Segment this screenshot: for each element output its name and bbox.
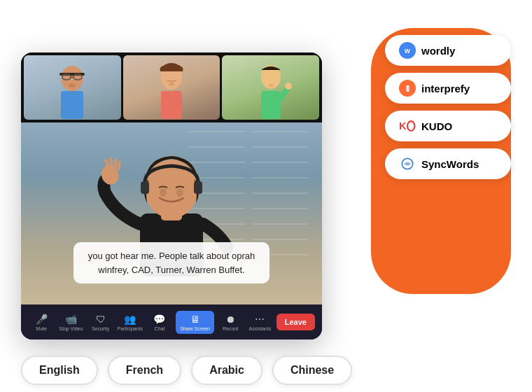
subtitle-text: you got hear me. People talk about oprah… — [88, 251, 255, 275]
svg-rect-8 — [161, 91, 182, 119]
participant-thumb-1 — [24, 55, 121, 120]
participant-thumb-3 — [222, 55, 319, 120]
svg-point-14 — [285, 83, 292, 90]
svg-rect-1 — [61, 91, 83, 119]
interprefy-label: interprefy — [421, 83, 470, 94]
svg-point-28 — [407, 121, 414, 131]
svg-point-20 — [160, 188, 167, 197]
svg-rect-18 — [141, 181, 149, 194]
syncwords-brand: SyncWords — [385, 148, 511, 179]
mic-icon: 🎤 — [36, 314, 48, 325]
toolbar: 🎤 Mute 📹 Stop Video 🛡 Security 👥 Partici… — [21, 304, 322, 340]
record-icon: ⏺ — [225, 314, 235, 325]
kudo-brand: K KUDO — [385, 111, 511, 141]
svg-text:K: K — [399, 120, 407, 132]
svg-point-12 — [268, 84, 274, 88]
participants-button[interactable]: 👥 Participants — [117, 314, 144, 331]
share-screen-label: Share Screen — [180, 326, 210, 331]
kudo-icon: K — [399, 118, 416, 134]
chinese-pill[interactable]: Chinese — [272, 356, 352, 385]
french-pill[interactable]: French — [108, 356, 181, 385]
record-label: Record — [223, 326, 239, 331]
svg-point-9 — [169, 83, 174, 86]
main-video: you got hear me. People talk about oprah… — [21, 122, 322, 304]
chat-label: Chat — [155, 326, 165, 331]
svg-point-6 — [69, 83, 76, 88]
arabic-pill[interactable]: Arabic — [191, 356, 262, 385]
security-label: Security — [92, 326, 109, 331]
video-icon: 📹 — [65, 314, 77, 325]
mute-button[interactable]: 🎤 Mute — [28, 314, 55, 331]
security-button[interactable]: 🛡 Security — [88, 314, 114, 331]
record-button[interactable]: ⏺ Record — [217, 314, 244, 331]
wordly-icon: w — [399, 42, 416, 59]
svg-line-26 — [118, 162, 120, 169]
svg-point-21 — [176, 188, 183, 197]
subtitle-box: you got hear me. People talk about oprah… — [74, 242, 270, 284]
kudo-label: KUDO — [421, 120, 452, 132]
wordly-brand: w wordly — [385, 35, 511, 66]
participant-thumb-2 — [123, 55, 220, 120]
stop-video-label: Stop Video — [59, 326, 83, 331]
brand-logos-panel: w wordly ||| interprefy K KUDO Sy — [385, 35, 511, 179]
assistants-icon: ⋯ — [255, 314, 265, 325]
interprefy-brand: ||| interprefy — [385, 73, 511, 104]
video-container: you got hear me. People talk about oprah… — [21, 52, 322, 340]
participants-strip — [21, 52, 322, 122]
english-pill[interactable]: English — [21, 356, 98, 385]
assistants-button[interactable]: ⋯ Assistants — [246, 314, 273, 331]
svg-line-24 — [111, 159, 112, 166]
mute-label: Mute — [36, 326, 47, 331]
participants-icon: 👥 — [124, 314, 136, 325]
security-icon: 🛡 — [96, 314, 106, 325]
svg-line-23 — [106, 160, 108, 167]
chat-button[interactable]: 💬 Chat — [146, 314, 173, 331]
svg-rect-11 — [261, 91, 281, 119]
share-screen-icon: 🖥 — [190, 314, 200, 325]
participants-label: Participants — [117, 326, 143, 331]
syncwords-label: SyncWords — [421, 158, 479, 170]
language-pills: English French Arabic Chinese — [21, 356, 352, 385]
svg-rect-19 — [194, 181, 202, 194]
video-inner: you got hear me. People talk about oprah… — [21, 52, 322, 340]
stop-video-button[interactable]: 📹 Stop Video — [57, 314, 84, 331]
assistants-label: Assistants — [249, 326, 272, 331]
leave-button[interactable]: Leave — [276, 314, 315, 330]
chat-icon: 💬 — [153, 314, 165, 325]
syncwords-icon — [399, 155, 416, 172]
share-screen-button[interactable]: 🖥 Share Screen — [176, 311, 214, 334]
interprefy-icon: ||| — [399, 80, 416, 97]
wordly-label: wordly — [421, 45, 455, 57]
main-container: you got hear me. People talk about oprah… — [0, 0, 532, 392]
